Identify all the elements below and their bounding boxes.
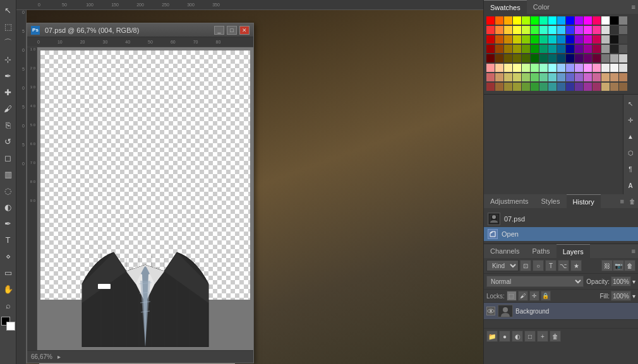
fill-input[interactable] <box>611 291 631 301</box>
color-swatch[interactable] <box>513 45 521 53</box>
color-swatch[interactable] <box>531 73 539 81</box>
color-swatch[interactable] <box>601 45 610 53</box>
color-swatch[interactable] <box>548 35 557 44</box>
color-swatch[interactable] <box>601 26 610 34</box>
color-swatch[interactable] <box>531 64 539 72</box>
layer-visibility-eye[interactable] <box>486 307 495 315</box>
color-swatch[interactable] <box>486 54 495 62</box>
blend-mode-select[interactable]: Normal <box>486 276 584 287</box>
color-swatch[interactable] <box>601 73 610 81</box>
color-swatch[interactable] <box>593 83 601 91</box>
text-tool-2[interactable]: A <box>623 179 637 192</box>
tab-paths[interactable]: Paths <box>526 244 556 258</box>
color-swatch[interactable] <box>548 83 557 91</box>
color-swatch[interactable] <box>601 64 610 72</box>
hand-tool[interactable]: ✋ <box>1 282 15 296</box>
close-button[interactable]: ✕ <box>239 26 250 35</box>
new-layer-btn[interactable]: + <box>537 331 548 342</box>
color-swatch[interactable] <box>531 83 539 91</box>
color-swatch[interactable] <box>610 73 618 81</box>
color-swatch[interactable] <box>513 35 521 44</box>
layers-filter-icon-5[interactable]: ★ <box>570 260 582 271</box>
color-swatch[interactable] <box>513 54 521 62</box>
color-swatch[interactable] <box>522 73 530 81</box>
color-swatch[interactable] <box>531 26 539 34</box>
history-menu[interactable]: ≡ <box>618 196 627 206</box>
color-swatch[interactable] <box>548 45 557 53</box>
minimize-button[interactable]: _ <box>214 26 224 35</box>
color-swatch[interactable] <box>548 64 557 72</box>
color-swatch[interactable] <box>584 35 592 44</box>
color-swatch[interactable] <box>619 16 627 25</box>
color-swatch[interactable] <box>584 83 592 91</box>
new-fill-btn[interactable]: ● <box>499 331 510 342</box>
color-swatch[interactable] <box>557 26 565 34</box>
3d-tool[interactable]: ⬡ <box>623 146 637 160</box>
color-swatch[interactable] <box>504 26 512 34</box>
color-swatch[interactable] <box>486 73 495 81</box>
color-swatch[interactable] <box>566 16 574 25</box>
history-item-file[interactable]: 07.psd <box>484 211 638 227</box>
swatches-menu[interactable]: ≡ <box>629 2 638 12</box>
color-swatch[interactable] <box>522 26 530 34</box>
select-tool[interactable]: ⬚ <box>1 20 15 33</box>
history-trash[interactable]: 🗑 <box>627 197 638 206</box>
color-swatch[interactable] <box>566 54 574 62</box>
shape-tool[interactable]: ▭ <box>1 266 15 279</box>
stamp-tool[interactable]: ⎘ <box>1 118 15 132</box>
color-swatch[interactable] <box>557 83 565 91</box>
lock-image-icon[interactable]: 🖌 <box>518 291 528 301</box>
doc-canvas-area[interactable] <box>37 47 253 350</box>
color-swatch[interactable] <box>593 26 601 34</box>
background-color[interactable] <box>6 322 15 331</box>
color-swatch[interactable] <box>610 83 618 91</box>
paint-bucket-2[interactable]: ▲ <box>623 129 637 143</box>
color-swatch[interactable] <box>522 45 530 53</box>
color-swatch[interactable] <box>566 64 574 72</box>
color-swatch[interactable] <box>548 54 557 62</box>
color-swatch[interactable] <box>584 54 592 62</box>
color-swatch[interactable] <box>539 16 548 25</box>
arrow-tool-2[interactable]: ↖ <box>623 97 637 110</box>
new-group-btn[interactable]: 📁 <box>486 331 498 342</box>
color-swatch[interactable] <box>539 83 548 91</box>
delete-layer-btn[interactable]: 🗑 <box>550 331 561 342</box>
tab-swatches[interactable]: Swatches <box>484 0 527 14</box>
color-swatch[interactable] <box>584 26 592 34</box>
color-swatch[interactable] <box>495 73 503 81</box>
path-tool[interactable]: ⋄ <box>1 249 15 263</box>
blur-tool[interactable]: ◌ <box>1 184 15 197</box>
color-swatch[interactable] <box>513 73 521 81</box>
layer-mask-btn[interactable]: □ <box>524 331 536 342</box>
color-swatch[interactable] <box>495 83 503 91</box>
layers-link-btn[interactable]: ⛓ <box>601 260 613 271</box>
lock-all-icon[interactable]: 🔒 <box>541 291 551 301</box>
fg-bg-colors[interactable] <box>1 317 15 331</box>
layers-trash-btn[interactable]: 🗑 <box>624 260 635 271</box>
color-swatch[interactable] <box>610 26 618 34</box>
color-swatch[interactable] <box>601 35 610 44</box>
color-swatch[interactable] <box>619 26 627 34</box>
eyedropper-tool[interactable]: ✒ <box>1 69 15 83</box>
tab-history[interactable]: History <box>567 194 601 208</box>
color-swatch[interactable] <box>557 35 565 44</box>
color-swatch[interactable] <box>593 54 601 62</box>
color-swatch[interactable] <box>593 73 601 81</box>
layers-filter-select[interactable]: Kind <box>486 260 519 271</box>
color-swatch[interactable] <box>486 83 495 91</box>
color-swatch[interactable] <box>575 16 583 25</box>
color-swatch[interactable] <box>593 45 601 53</box>
fill-arrow[interactable]: ▾ <box>632 293 635 300</box>
color-swatch[interactable] <box>584 16 592 25</box>
color-swatch[interactable] <box>548 26 557 34</box>
layers-camera-btn[interactable]: 📷 <box>613 260 624 271</box>
brush-tool[interactable]: 🖌 <box>1 102 15 115</box>
tab-channels[interactable]: Channels <box>484 244 526 258</box>
color-swatch[interactable] <box>610 45 618 53</box>
color-swatch[interactable] <box>513 26 521 34</box>
color-swatch[interactable] <box>548 16 557 25</box>
color-swatch[interactable] <box>531 35 539 44</box>
eraser-tool[interactable]: ◻ <box>1 151 15 165</box>
color-swatch[interactable] <box>486 16 495 25</box>
crop-tool[interactable]: ⊹ <box>1 52 15 66</box>
